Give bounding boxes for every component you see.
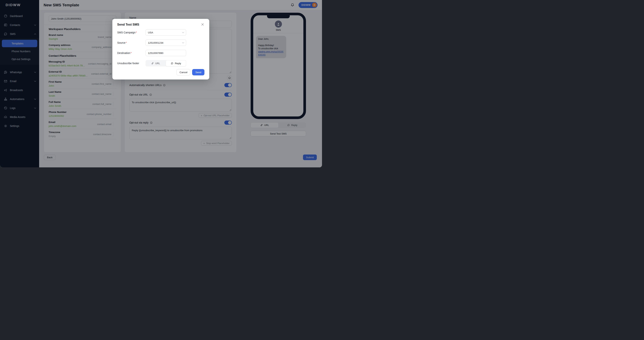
required-asterisk: * [131, 52, 132, 55]
close-button[interactable] [201, 23, 204, 26]
send-button[interactable]: Send [192, 69, 204, 75]
chevron-down-icon [182, 42, 184, 44]
app-window: DIDWW Dashboard Contacts [0, 0, 322, 167]
close-icon [201, 23, 204, 26]
chevron-down-icon [182, 32, 184, 33]
campaign-field-label: SMS Campaign* [117, 31, 146, 34]
source-field-label: Source* [117, 41, 146, 44]
destination-input[interactable] [146, 50, 186, 56]
campaign-select[interactable]: USA [146, 29, 186, 36]
send-test-sms-modal: Send Test SMS SMS Campaign* USA Source* [112, 19, 209, 80]
link-icon [151, 62, 154, 65]
unsubscribe-footer-label: Unsubscribe footer [117, 62, 146, 65]
segment-reply[interactable]: Reply [166, 60, 186, 66]
required-asterisk: * [136, 31, 137, 34]
destination-field-label: Destination* [117, 52, 146, 55]
required-asterisk: * [126, 41, 127, 44]
campaign-select-value: USA [148, 31, 153, 34]
chat-bubble-icon [171, 62, 174, 65]
segment-url[interactable]: URL [146, 60, 166, 66]
modal-footer-segmented-control: URL Reply [146, 60, 186, 66]
modal-title: Send Test SMS [117, 23, 139, 26]
source-select[interactable]: 12510001234 [146, 40, 186, 46]
source-select-value: 12510001234 [148, 41, 164, 44]
cancel-button[interactable]: Cancel [176, 69, 190, 75]
